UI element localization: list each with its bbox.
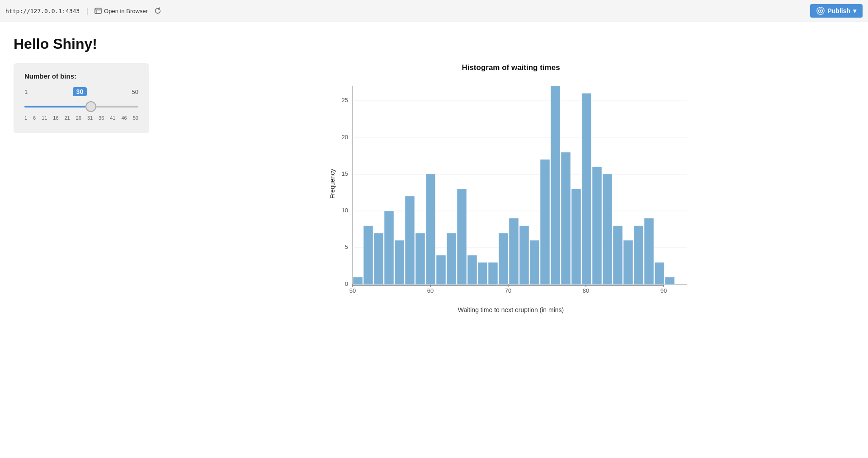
slider-track-fill [24,106,91,107]
tick-6: 6 [33,115,36,121]
bar-26 [623,240,633,285]
open-browser-button[interactable]: Open in Browser [94,7,148,14]
svg-text:90: 90 [660,287,667,294]
bar-2 [374,233,383,285]
histogram-svg: 0 5 10 15 20 25 [326,77,696,303]
histogram-container: Histogram of waiting times Frequency 0 5 [167,63,854,313]
toolbar: http://127.0.0.1:4343 | Open in Browser … [0,0,868,22]
bar-15 [509,218,519,285]
svg-text:0: 0 [345,280,348,287]
slider-label: Number of bins: [24,72,138,80]
tick-21: 21 [65,115,70,121]
toolbar-separator: | [86,6,88,16]
publish-icon [816,7,825,15]
svg-text:5: 5 [345,243,348,250]
bar-10 [457,189,467,285]
bar-19 [551,86,560,285]
svg-text:15: 15 [342,170,348,177]
bar-16 [519,226,529,285]
slider-min: 1 [24,89,28,95]
bar-24 [603,174,612,285]
bar-20 [561,152,571,285]
refresh-icon [154,7,161,14]
tick-36: 36 [99,115,104,121]
svg-text:60: 60 [427,287,434,294]
svg-rect-0 [95,8,101,14]
bar-21 [571,189,581,285]
publish-dropdown-icon: ▾ [853,7,856,14]
bar-5 [405,196,415,285]
slider-max: 50 [132,89,138,95]
svg-text:20: 20 [342,134,348,140]
tick-11: 11 [42,115,47,121]
bar-22 [582,93,591,285]
bar-28 [644,218,654,285]
bar-8 [436,255,446,285]
bar-14 [499,233,508,285]
slider-thumb[interactable] [85,101,96,112]
open-browser-icon [94,7,102,14]
bar-17 [530,240,539,285]
bar-7 [426,174,435,285]
slider-value-badge: 30 [73,87,87,96]
bar-12 [478,262,487,285]
tick-50: 50 [133,115,138,121]
bar-29 [655,262,664,285]
bar-4 [395,240,404,285]
tick-26: 26 [76,115,81,121]
y-axis-label: Frequency [329,169,336,199]
svg-point-5 [820,10,822,12]
svg-text:50: 50 [349,287,356,294]
main-content: Hello Shiny! Number of bins: 1 30 50 1 6… [0,22,868,322]
x-axis-label: Waiting time to next eruption (in mins) [326,306,696,313]
tick-16: 16 [53,115,58,121]
tick-41: 41 [110,115,115,121]
bar-18 [540,159,550,285]
svg-text:10: 10 [342,207,348,214]
slider-ticks: 1 6 11 16 21 26 31 36 41 46 50 [24,115,138,121]
bar-23 [592,167,602,285]
slider-track-container[interactable] [24,100,138,113]
bar-25 [613,226,623,285]
bar-13 [488,262,498,285]
svg-text:25: 25 [342,97,348,103]
bar-1 [363,226,373,285]
slider-panel: Number of bins: 1 30 50 1 6 11 16 21 26 … [14,63,149,133]
tick-1: 1 [24,115,27,121]
svg-text:70: 70 [505,287,511,294]
bar-30 [665,277,675,285]
publish-button[interactable]: Publish ▾ [810,4,863,18]
svg-text:80: 80 [583,287,589,294]
bar-0 [353,277,363,285]
app-body: Number of bins: 1 30 50 1 6 11 16 21 26 … [14,63,854,313]
histogram-title: Histogram of waiting times [462,63,560,72]
tick-46: 46 [121,115,127,121]
refresh-button[interactable] [152,5,163,16]
bar-27 [634,226,643,285]
bar-3 [384,211,394,285]
slider-range-row: 1 30 50 [24,87,138,96]
bar-11 [467,255,477,285]
tick-31: 31 [87,115,93,121]
page-title: Hello Shiny! [14,36,854,52]
bar-9 [447,233,456,285]
bar-6 [415,233,425,285]
url-display: http://127.0.0.1:4343 [5,8,80,14]
